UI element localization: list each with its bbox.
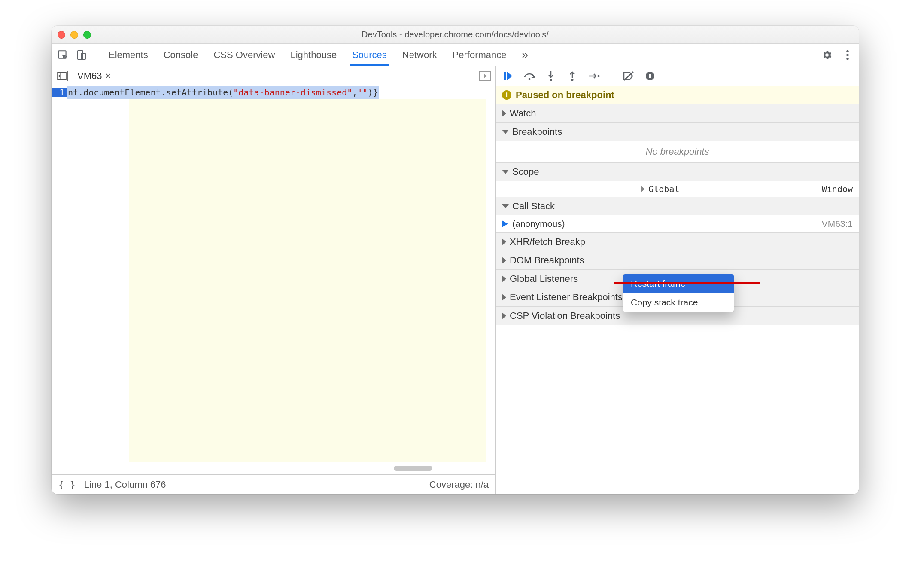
section-scope: Scope Global Window	[496, 163, 859, 197]
code-editor[interactable]: 1 nt.documentElement.setAttribute( "data…	[52, 86, 495, 474]
kebab-menu-icon[interactable]	[842, 49, 854, 61]
svg-rect-1	[78, 51, 83, 59]
code-text: nt.documentElement.setAttribute(	[68, 87, 233, 98]
svg-rect-13	[649, 74, 651, 78]
dom-header[interactable]: DOM Breakpoints	[496, 251, 859, 269]
frame-name: (anonymous)	[512, 219, 565, 229]
chevron-right-icon	[502, 312, 506, 319]
navigator-toggle-icon[interactable]	[56, 71, 68, 81]
svg-point-11	[571, 79, 574, 81]
code-text: ,	[352, 87, 357, 98]
coverage-status: Coverage: n/a	[429, 479, 489, 490]
panel-tabs: Elements Console CSS Overview Lighthouse…	[109, 44, 528, 66]
resume-button[interactable]	[502, 70, 514, 82]
paused-label: Paused on breakpoint	[516, 89, 614, 101]
line-number: 1	[52, 88, 67, 97]
svg-point-9	[529, 78, 531, 80]
coverage-overlay	[129, 99, 486, 462]
divider	[611, 70, 611, 82]
code-line: 1 nt.documentElement.setAttribute( "data…	[52, 86, 495, 99]
window-title: DevTools - developer.chrome.com/docs/dev…	[52, 30, 859, 40]
call-stack-frame[interactable]: (anonymous) VM63:1	[496, 215, 859, 232]
info-icon: i	[502, 90, 511, 100]
call-stack-header[interactable]: Call Stack	[496, 197, 859, 215]
chevron-down-icon	[502, 170, 509, 174]
section-call-stack: Call Stack (anonymous) VM63:1	[496, 197, 859, 233]
debugger-toolbar	[496, 66, 859, 86]
chevron-right-icon	[502, 238, 506, 245]
horizontal-scrollbar[interactable]	[394, 466, 432, 471]
svg-rect-8	[504, 72, 506, 80]
frame-location: VM63:1	[822, 219, 853, 229]
settings-gear-icon[interactable]	[821, 49, 833, 61]
editor-tabbar: VM63 ×	[52, 66, 495, 86]
chevron-right-icon	[502, 110, 506, 117]
chevron-down-icon	[502, 204, 509, 208]
deactivate-breakpoints-button[interactable]	[623, 70, 635, 82]
devtools-window: DevTools - developer.chrome.com/docs/dev…	[52, 26, 859, 494]
code-string: "data-banner-dismissed"	[233, 87, 352, 98]
chevron-right-icon	[502, 257, 506, 264]
snippets-run-icon[interactable]	[479, 71, 491, 81]
tab-console[interactable]: Console	[164, 44, 198, 66]
chevron-right-icon	[502, 275, 506, 282]
section-xhr: XHR/fetch Breakp	[496, 233, 859, 251]
tab-elements[interactable]: Elements	[109, 44, 148, 66]
editor-pane: VM63 × 1 nt.documentElement.setAttribute…	[52, 66, 496, 494]
close-icon[interactable]: ×	[105, 70, 111, 82]
cursor-position: Line 1, Column 676	[84, 479, 166, 490]
current-frame-arrow-icon	[502, 220, 508, 227]
step-into-button[interactable]	[545, 70, 557, 82]
pretty-print-icon[interactable]: { }	[58, 479, 76, 490]
scope-header[interactable]: Scope	[496, 163, 859, 181]
tab-network[interactable]: Network	[402, 44, 437, 66]
no-breakpoints-text: No breakpoints	[496, 141, 859, 162]
file-tab-label: VM63	[77, 70, 102, 82]
code-string: ""	[357, 87, 368, 98]
chevron-right-icon	[641, 186, 645, 192]
svg-point-10	[550, 79, 552, 81]
chevron-down-icon	[502, 130, 509, 134]
section-watch: Watch	[496, 104, 859, 123]
svg-point-3	[846, 50, 848, 52]
device-toggle-icon[interactable]	[76, 49, 88, 61]
chevron-right-icon	[502, 294, 506, 301]
svg-point-5	[846, 57, 848, 59]
scope-value: Window	[822, 184, 853, 194]
menu-item-copy-stack-trace[interactable]: Copy stack trace	[623, 293, 734, 312]
watch-header[interactable]: Watch	[496, 104, 859, 122]
context-menu: Restart frame Copy stack trace	[623, 274, 734, 312]
svg-point-4	[846, 54, 848, 56]
svg-point-12	[598, 75, 600, 77]
paused-banner: i Paused on breakpoint	[496, 86, 859, 104]
tab-sources[interactable]: Sources	[352, 44, 387, 66]
breakpoints-header[interactable]: Breakpoints	[496, 123, 859, 141]
divider	[94, 49, 94, 61]
workspace: VM63 × 1 nt.documentElement.setAttribute…	[52, 66, 859, 494]
step-out-button[interactable]	[566, 70, 578, 82]
step-button[interactable]	[588, 70, 600, 82]
section-breakpoints: Breakpoints No breakpoints	[496, 123, 859, 163]
code-text: )}	[368, 87, 378, 98]
titlebar: DevTools - developer.chrome.com/docs/dev…	[52, 26, 859, 44]
inspect-icon[interactable]	[57, 49, 69, 61]
tab-css-overview[interactable]: CSS Overview	[213, 44, 275, 66]
section-dom: DOM Breakpoints	[496, 251, 859, 270]
tab-lighthouse[interactable]: Lighthouse	[290, 44, 337, 66]
tab-performance[interactable]: Performance	[453, 44, 507, 66]
xhr-header[interactable]: XHR/fetch Breakp	[496, 233, 859, 251]
step-over-button[interactable]	[523, 70, 535, 82]
scope-global-row[interactable]: Global Window	[496, 181, 859, 197]
divider	[812, 49, 812, 61]
editor-file-tab[interactable]: VM63 ×	[77, 70, 111, 82]
annotation-strikethrough	[614, 282, 760, 284]
more-tabs-button[interactable]: »	[522, 44, 528, 66]
menu-item-restart-frame[interactable]: Restart frame	[623, 274, 734, 293]
scope-name: Global	[648, 184, 679, 194]
editor-statusbar: { } Line 1, Column 676 Coverage: n/a	[52, 474, 495, 494]
pause-on-exceptions-button[interactable]	[644, 70, 656, 82]
main-toolbar: Elements Console CSS Overview Lighthouse…	[52, 44, 859, 66]
